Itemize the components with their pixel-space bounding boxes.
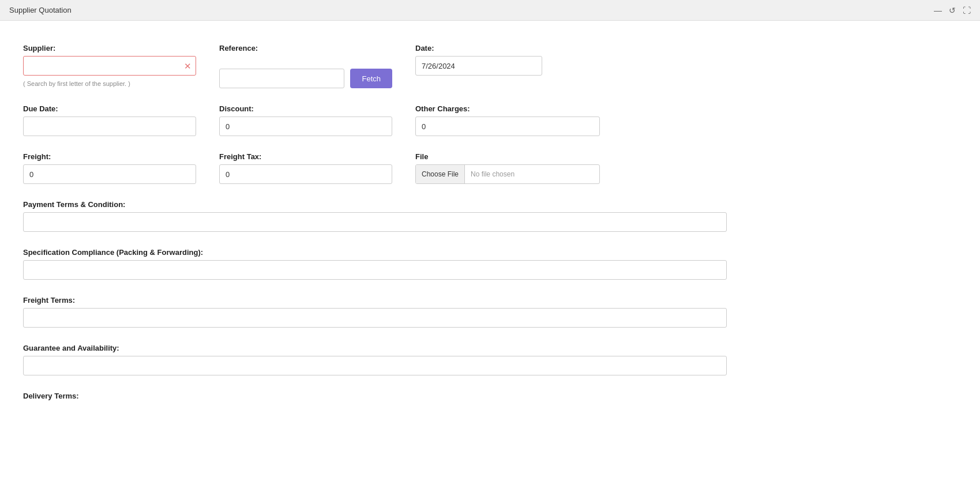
specification-compliance-input[interactable] xyxy=(23,260,727,280)
freight-terms-label: Freight Terms: xyxy=(23,296,727,305)
date-input[interactable] xyxy=(415,56,542,76)
supplier-group: Supplier: ✕ ( Search by first letter of … xyxy=(23,44,196,87)
specification-compliance-label: Specification Compliance (Packing & Forw… xyxy=(23,248,727,257)
file-input-wrapper: Choose File No file chosen xyxy=(415,164,600,184)
file-label: File xyxy=(415,152,600,161)
date-label: Date: xyxy=(415,44,542,52)
form-row-1: Supplier: ✕ ( Search by first letter of … xyxy=(23,44,957,88)
freight-label: Freight: xyxy=(23,152,196,161)
supplier-input-wrapper: ✕ xyxy=(23,56,196,76)
form-row-2: Due Date: Discount: Other Charges: xyxy=(23,104,957,136)
other-charges-label: Other Charges: xyxy=(415,104,600,113)
discount-input[interactable] xyxy=(219,117,392,136)
freight-group: Freight: xyxy=(23,152,196,184)
supplier-label: Supplier: xyxy=(23,44,196,52)
supplier-hint: ( Search by first letter of the supplier… xyxy=(23,80,196,87)
due-date-input[interactable] xyxy=(23,117,196,136)
payment-terms-label: Payment Terms & Condition: xyxy=(23,200,727,209)
file-no-chosen-text: No file chosen xyxy=(465,170,520,178)
freight-terms-group: Freight Terms: xyxy=(23,296,727,328)
freight-tax-label: Freight Tax: xyxy=(219,152,392,161)
delivery-terms-label: Delivery Terms: xyxy=(23,392,727,400)
due-date-label: Due Date: xyxy=(23,104,196,113)
reference-label: Reference: xyxy=(219,44,392,52)
minimize-icon[interactable]: — xyxy=(934,6,942,15)
other-charges-group: Other Charges: xyxy=(415,104,600,136)
form-row-6: Freight Terms: xyxy=(23,296,957,328)
specification-compliance-group: Specification Compliance (Packing & Forw… xyxy=(23,248,727,280)
other-charges-input[interactable] xyxy=(415,117,600,136)
choose-file-button[interactable]: Choose File xyxy=(416,165,465,183)
form-row-8: Delivery Terms: xyxy=(23,392,957,400)
freight-terms-input[interactable] xyxy=(23,308,727,328)
file-group: File Choose File No file chosen xyxy=(415,152,600,184)
delivery-terms-group: Delivery Terms: xyxy=(23,392,727,400)
discount-group: Discount: xyxy=(219,104,392,136)
reference-group: Reference: Fetch xyxy=(219,44,392,88)
reference-input[interactable] xyxy=(219,69,344,88)
date-group: Date: xyxy=(415,44,542,76)
form-row-7: Guarantee and Availability: xyxy=(23,344,957,375)
payment-terms-group: Payment Terms & Condition: xyxy=(23,200,727,232)
main-content: Supplier: ✕ ( Search by first letter of … xyxy=(0,21,980,496)
guarantee-availability-input[interactable] xyxy=(23,356,727,375)
discount-label: Discount: xyxy=(219,104,392,113)
maximize-icon[interactable]: ⛶ xyxy=(963,6,971,15)
fetch-button[interactable]: Fetch xyxy=(350,69,392,88)
guarantee-availability-group: Guarantee and Availability: xyxy=(23,344,727,375)
freight-tax-input[interactable] xyxy=(219,164,392,184)
form-row-3: Freight: Freight Tax: File Choose File N… xyxy=(23,152,957,184)
form-row-5: Specification Compliance (Packing & Forw… xyxy=(23,248,957,280)
reference-fetch-wrapper: Fetch xyxy=(219,56,392,88)
window-controls: — ↺ ⛶ xyxy=(934,6,971,15)
freight-input[interactable] xyxy=(23,164,196,184)
form-row-4: Payment Terms & Condition: xyxy=(23,200,957,232)
title-bar: Supplier Quotation — ↺ ⛶ xyxy=(0,0,980,21)
supplier-clear-button[interactable]: ✕ xyxy=(184,62,192,70)
supplier-input[interactable] xyxy=(23,56,196,76)
refresh-icon[interactable]: ↺ xyxy=(949,6,956,15)
payment-terms-input[interactable] xyxy=(23,212,727,232)
freight-tax-group: Freight Tax: xyxy=(219,152,392,184)
window-title: Supplier Quotation xyxy=(9,6,72,14)
due-date-group: Due Date: xyxy=(23,104,196,136)
guarantee-availability-label: Guarantee and Availability: xyxy=(23,344,727,352)
